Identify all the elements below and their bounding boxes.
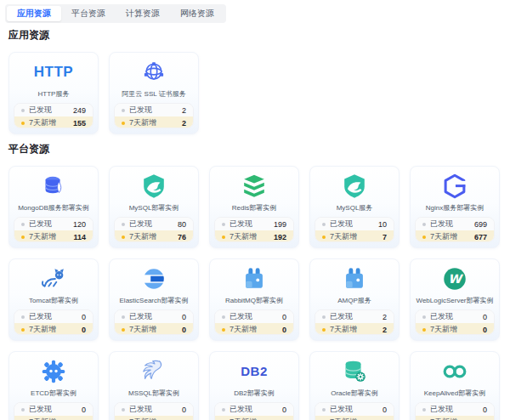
new7d-label: 7天新增 [330, 324, 357, 335]
section-title: 应用资源 [8, 28, 510, 43]
tab-1[interactable]: 应用资源 [7, 6, 61, 21]
discovered-row: 已发现 0 [215, 310, 293, 323]
card-name: HTTP服务 [38, 89, 70, 99]
discovered-label: 已发现 [29, 105, 52, 116]
new7d-label: 7天新增 [330, 417, 357, 420]
discovered-dot-icon [222, 223, 225, 226]
new7d-row: 7天新增 0 [115, 323, 193, 335]
resource-card[interactable]: ETCD部署实例 已发现 0 7天新增 0 [8, 351, 99, 420]
db2-logo: DB2 [241, 356, 268, 386]
new7d-value: 155 [73, 119, 86, 128]
discovered-dot-icon [422, 223, 426, 226]
card-name: MSSQL部署实例 [128, 389, 179, 398]
resource-card[interactable]: RabbitMQ部署实例 已发现 0 7天新增 0 [209, 258, 299, 341]
discovered-label: 已发现 [430, 311, 453, 322]
discovered-value: 199 [274, 220, 286, 229]
discovered-label: 已发现 [330, 219, 353, 230]
resource-card[interactable]: DB2 DB2部署实例 已发现 0 7天新增 0 [209, 351, 299, 420]
resource-card[interactable]: W WebLogicServer部署实例 已发现 0 7天新增 0 [410, 258, 500, 341]
resource-card[interactable]: Tomcat部署实例 已发现 0 7天新增 0 [8, 258, 99, 341]
resource-card[interactable]: Oracle部署实例 已发现 0 7天新增 0 [309, 351, 400, 420]
discovered-row: 已发现 0 [416, 310, 494, 323]
resource-card[interactable]: AMQP服务 已发现 2 7天新增 2 [309, 258, 400, 341]
new7d-row: 7天新增 0 [215, 416, 293, 420]
new7d-value: 76 [178, 233, 186, 241]
resource-card[interactable]: 阿里云 SSL 证书服务 已发现 2 7天新增 2 [109, 52, 199, 134]
new7d-label: 7天新增 [430, 324, 457, 335]
new7d-label: 7天新增 [330, 231, 357, 242]
new7d-dot-icon [322, 328, 326, 332]
new7d-row: 7天新增 0 [416, 416, 494, 420]
resource-card[interactable]: ElasticSearch部署实例 已发现 0 7天新增 0 [109, 258, 199, 341]
discovered-value: 80 [178, 220, 186, 229]
discovered-row: 已发现 0 [115, 403, 193, 416]
discovered-row: 已发现 10 [315, 218, 394, 230]
discovered-dot-icon [222, 315, 225, 319]
discovered-label: 已发现 [129, 219, 152, 230]
discovered-dot-icon [422, 315, 426, 319]
discovered-dot-icon [122, 315, 125, 319]
tab-2[interactable]: 平台资源 [61, 6, 116, 21]
card-name: RabbitMQ部署实例 [225, 296, 283, 305]
new7d-row: 7天新增 192 [215, 230, 293, 242]
mssql-icon [139, 356, 168, 386]
card-stats: 已发现 2 7天新增 2 [314, 309, 394, 335]
discovered-label: 已发现 [230, 219, 252, 230]
oracle-icon [340, 356, 369, 386]
discovered-value: 0 [282, 406, 286, 414]
resource-card[interactable]: MongoDB服务部署实例 已发现 120 7天新增 114 [8, 166, 99, 248]
discovered-dot-icon [422, 408, 426, 411]
discovered-dot-icon [322, 223, 326, 226]
keepalived-icon [440, 356, 469, 386]
mysql-icon [139, 171, 168, 201]
tab-label: 应用资源 [17, 9, 51, 18]
new7d-label: 7天新增 [230, 231, 257, 242]
discovered-label: 已发现 [29, 311, 52, 322]
resource-card[interactable]: KeepAlived部署实例 已发现 0 7天新增 0 [410, 351, 500, 420]
discovered-label: 已发现 [29, 404, 52, 415]
discovered-value: 0 [182, 406, 186, 414]
new7d-label: 7天新增 [29, 324, 56, 335]
resource-card[interactable]: MSSQL部署实例 已发现 0 7天新增 0 [109, 351, 199, 420]
discovered-row: 已发现 0 [115, 310, 193, 323]
discovered-label: 已发现 [230, 311, 252, 322]
new7d-label: 7天新增 [230, 417, 257, 420]
discovered-dot-icon [21, 223, 25, 226]
discovered-row: 已发现 0 [14, 310, 93, 323]
new7d-row: 7天新增 76 [115, 230, 193, 242]
new7d-row: 7天新增 2 [115, 116, 193, 128]
new7d-dot-icon [422, 328, 426, 332]
card-name: MongoDB服务部署实例 [18, 203, 89, 213]
card-stats: 已发现 2 7天新增 2 [114, 103, 194, 128]
card-name: WebLogicServer部署实例 [416, 296, 494, 305]
discovered-row: 已发现 0 [315, 403, 394, 416]
card-name: Redis部署实例 [232, 203, 276, 213]
tab-3[interactable]: 计算资源 [116, 6, 170, 21]
weblogic-icon: W [440, 264, 469, 293]
new7d-dot-icon [122, 236, 125, 239]
discovered-value: 0 [282, 313, 286, 321]
resource-card[interactable]: Redis部署实例 已发现 199 7天新增 192 [209, 166, 299, 248]
new7d-value: 0 [82, 326, 86, 334]
discovered-label: 已发现 [129, 105, 152, 116]
discovered-value: 0 [82, 313, 86, 321]
mysql-icon [340, 171, 369, 201]
resource-card[interactable]: HTTP HTTP服务 已发现 249 7天新增 155 [8, 52, 99, 134]
resource-card[interactable]: Nginx服务部署实例 已发现 699 7天新增 677 [410, 166, 500, 248]
new7d-label: 7天新增 [29, 117, 56, 128]
resource-card[interactable]: MySQL服务 已发现 10 7天新增 7 [309, 166, 400, 248]
tab-label: 网络资源 [180, 9, 214, 18]
tab-label: 计算资源 [126, 9, 160, 18]
elasticsearch-icon [139, 264, 168, 293]
new7d-value: 192 [274, 233, 286, 241]
discovered-row: 已发现 2 [115, 104, 193, 116]
new7d-value: 0 [282, 326, 286, 334]
resource-section: 平台资源 MongoDB服务部署实例 已发现 120 7天新增 114 MySQ… [0, 142, 510, 420]
resource-card[interactable]: MySQL部署实例 已发现 80 7天新增 76 [109, 166, 199, 248]
resource-tabs: 应用资源 平台资源 计算资源 网络资源 [5, 4, 226, 23]
redis-icon [240, 171, 269, 201]
tab-4[interactable]: 网络资源 [170, 6, 224, 21]
discovered-row: 已发现 120 [14, 218, 93, 230]
card-grid: HTTP HTTP服务 已发现 249 7天新增 155 阿里云 SSL 证书服… [8, 52, 510, 134]
discovered-value: 699 [474, 220, 487, 229]
